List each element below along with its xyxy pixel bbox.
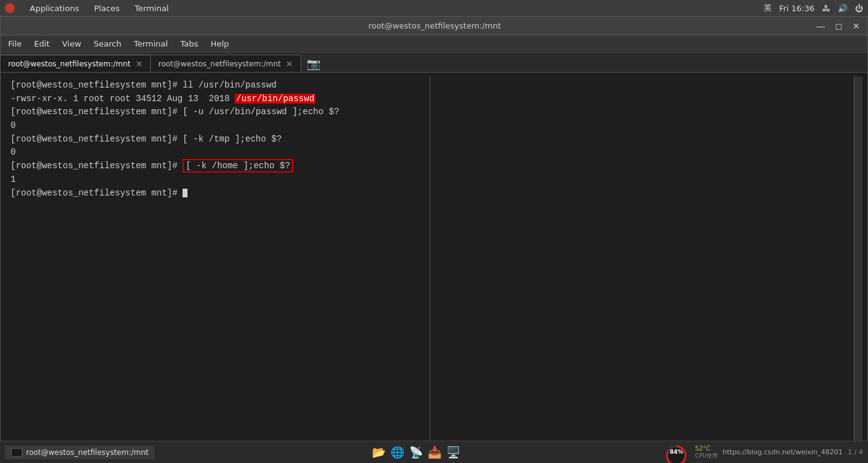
system-bar-right: 英 Fri 16:36 🖧 🔊 ⏻ (764, 2, 863, 14)
menu-edit[interactable]: Edit (29, 37, 55, 50)
taskbar-center: 📂 🌐 📡 📥 🖥️ (174, 446, 658, 459)
menu-terminal[interactable]: Terminal (129, 37, 173, 50)
taskbar-app-label: root@westos_netfilesystem:/mnt (26, 448, 148, 457)
add-tab-button[interactable]: 📷 (304, 55, 323, 72)
menu-tabs[interactable]: Tabs (175, 37, 203, 50)
tab-1-close[interactable]: ✕ (135, 59, 143, 69)
taskbar-app-icon (11, 448, 22, 457)
taskbar-url: https://blog.csdn.net/weixin_48201 (723, 448, 843, 456)
term-line-7: [root@westos_netfilesystem mnt]# [ -k /h… (11, 160, 425, 173)
titlebar-controls: — ◻ ✕ (814, 21, 862, 31)
volume-icon[interactable]: 🔊 (838, 4, 848, 13)
tab-1[interactable]: root@westos_netfilesystem:/mnt ✕ (1, 55, 151, 72)
terminal-titlebar: root@westos_netfilesystem:/mnt — ◻ ✕ (1, 17, 867, 35)
system-bar-left: Applications Places Terminal (5, 2, 171, 14)
clock: Fri 16:36 (779, 4, 815, 13)
tab-bar: root@westos_netfilesystem:/mnt ✕ root@we… (1, 53, 867, 73)
terminal-scrollbar[interactable] (854, 76, 862, 443)
taskbar-icon-4[interactable]: 📥 (428, 446, 441, 459)
taskbar-icon-1[interactable]: 📂 (372, 446, 386, 459)
taskbar-icon-3[interactable]: 📡 (409, 446, 423, 459)
screenshot-icon: 📷 (307, 57, 320, 70)
term-line-5: [root@westos_netfilesystem mnt]# [ -k /t… (11, 133, 425, 146)
terminal-window: root@westos_netfilesystem:/mnt — ◻ ✕ Fil… (0, 16, 868, 447)
tab-2-close[interactable]: ✕ (286, 59, 293, 69)
terminal-title: root@westos_netfilesystem:/mnt (55, 21, 814, 30)
network-icon[interactable]: 🖧 (822, 4, 830, 13)
term-line-1: [root@westos_netfilesystem mnt]# ll /usr… (11, 79, 425, 92)
terminal-menu[interactable]: Terminal (132, 2, 171, 14)
menu-search[interactable]: Search (89, 37, 127, 50)
page-count: 1 / 4 (848, 448, 863, 456)
fedora-logo-icon[interactable] (5, 3, 15, 13)
terminal-pane-right[interactable] (430, 76, 854, 443)
places-menu[interactable]: Places (91, 2, 122, 14)
menu-file[interactable]: File (3, 37, 27, 50)
tab-2-label: root@westos_netfilesystem:/mnt (158, 60, 281, 68)
tab-2[interactable]: root@westos_netfilesystem:/mnt ✕ (151, 55, 301, 72)
taskbar-left: root@westos_netfilesystem:/mnt (0, 446, 174, 459)
power-icon[interactable]: ⏻ (855, 4, 863, 13)
taskbar-icon-5[interactable]: 🖥️ (446, 446, 460, 459)
minimize-button[interactable]: — (814, 21, 828, 31)
taskbar-terminal-app[interactable]: root@westos_netfilesystem:/mnt (5, 446, 155, 459)
terminal-pane-left[interactable]: [root@westos_netfilesystem mnt]# ll /usr… (6, 76, 430, 443)
cpu-temp: 52°C (695, 445, 717, 452)
term-line-2: -rwsr-xr-x. 1 root root 34512 Aug 13 201… (11, 92, 425, 106)
boxed-command: [ -k /home ];echo $? (183, 159, 293, 173)
terminal-menubar: File Edit View Search Terminal Tabs Help (1, 35, 867, 53)
taskbar-icon-2[interactable]: 🌐 (391, 446, 404, 459)
menu-help[interactable]: Help (206, 37, 234, 50)
system-bar: Applications Places Terminal 英 Fri 16:36… (0, 0, 868, 16)
highlight-passwd: /usr/bin/passwd (235, 94, 315, 104)
term-line-6: 0 (11, 146, 425, 160)
taskbar-right: 84% 52°C CPU使用 https://blog.csdn.net/wei… (658, 442, 868, 463)
applications-menu[interactable]: Applications (27, 2, 81, 14)
term-line-4: 0 (11, 119, 425, 133)
term-line-3: [root@westos_netfilesystem mnt]# [ -u /u… (11, 106, 425, 119)
taskbar: root@westos_netfilesystem:/mnt 📂 🌐 📡 📥 🖥… (0, 441, 868, 463)
maximize-button[interactable]: ◻ (833, 21, 845, 31)
menu-view[interactable]: View (57, 37, 86, 50)
term-line-9: [root@westos_netfilesystem mnt]# (11, 187, 425, 200)
cpu-label: 84% (670, 449, 684, 456)
cpu-label-text: CPU使用 (695, 452, 717, 460)
close-button[interactable]: ✕ (850, 21, 862, 31)
language-indicator[interactable]: 英 (764, 2, 772, 14)
term-line-8: 1 (11, 173, 425, 187)
terminal-content[interactable]: [root@westos_netfilesystem mnt]# ll /usr… (1, 73, 867, 446)
cpu-temp-display: 52°C CPU使用 (695, 445, 717, 460)
cpu-meter: 84% (662, 442, 690, 463)
tab-1-label: root@westos_netfilesystem:/mnt (8, 60, 130, 68)
cursor (183, 189, 188, 197)
